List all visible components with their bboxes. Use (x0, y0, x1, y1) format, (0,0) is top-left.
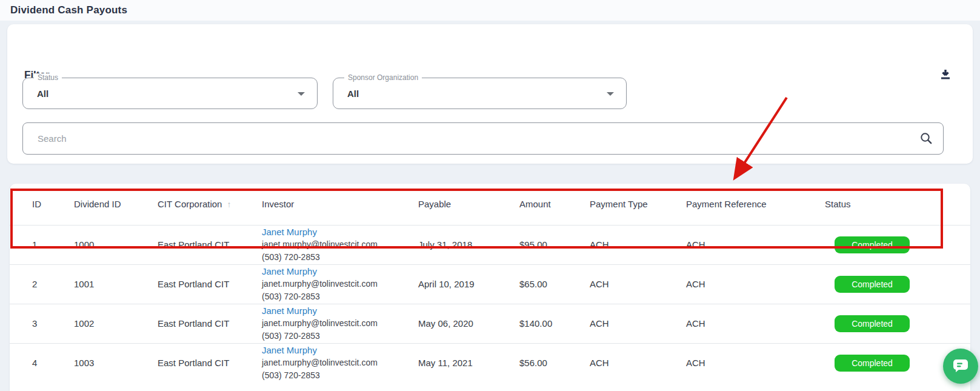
cell-investor: Janet Murphy janet.murphy@tolinvestcit.c… (252, 225, 408, 264)
payouts-table-card: ID Dividend ID CIT Corporation↑ Investor… (10, 184, 970, 391)
table-row: 2 1001 East Portland CIT Janet Murphy ja… (10, 264, 970, 304)
cell-payable: May 11, 2021 (408, 343, 510, 383)
column-header-status[interactable]: Status (815, 184, 970, 225)
cell-payable: April 10, 2019 (408, 264, 510, 304)
cell-amount: $95.00 (510, 225, 580, 264)
cell-payment-type: ACH (580, 304, 676, 343)
investor-link[interactable]: Janet Murphy (262, 344, 408, 356)
cell-investor: Janet Murphy janet.murphy@tolinvestcit.c… (252, 343, 408, 383)
investor-link[interactable]: Janet Murphy (262, 265, 408, 278)
status-badge: Completed (835, 355, 910, 372)
column-header-payment-reference[interactable]: Payment Reference (676, 184, 815, 225)
cell-cit-corporation: East Portland CIT (148, 264, 252, 304)
chevron-down-icon (298, 92, 305, 96)
investor-link[interactable]: Janet Murphy (262, 226, 408, 238)
sponsor-select-label: Sponsor Organization (344, 73, 422, 82)
cell-investor: Janet Murphy janet.murphy@tolinvestcit.c… (252, 264, 408, 304)
status-select-label: Status (34, 73, 62, 82)
sponsor-select-value: All (347, 89, 359, 99)
cell-payment-reference: ACH (676, 304, 815, 343)
search-input[interactable] (22, 122, 944, 155)
table-header-row: ID Dividend ID CIT Corporation↑ Investor… (10, 184, 970, 225)
column-header-payable[interactable]: Payable (408, 184, 510, 225)
sponsor-organization-select[interactable]: Sponsor Organization All (333, 78, 627, 109)
filter-card: Filter Status All Sponsor Organization A… (7, 24, 973, 164)
chevron-down-icon (607, 92, 614, 96)
investor-phone: (503) 720-2853 (262, 292, 320, 301)
cell-id: 4 (10, 343, 64, 383)
table-row: 1 1000 East Portland CIT Janet Murphy ja… (10, 225, 970, 264)
chat-bubble-icon (952, 358, 969, 375)
cell-payment-reference: ACH (676, 343, 815, 383)
cell-investor: Janet Murphy janet.murphy@tolinvestcit.c… (252, 304, 408, 343)
column-header-investor[interactable]: Investor (252, 184, 408, 225)
investor-email: janet.murphy@tolinvestcit.com (262, 279, 378, 289)
cell-payable: May 06, 2020 (408, 304, 510, 343)
column-header-dividend-id[interactable]: Dividend ID (64, 184, 148, 225)
download-button[interactable] (938, 68, 953, 84)
cell-status: Completed (815, 304, 970, 343)
cell-dividend-id: 1001 (64, 264, 148, 304)
status-badge: Completed (835, 315, 910, 332)
column-header-cit-corporation[interactable]: CIT Corporation↑ (148, 184, 252, 225)
payouts-table: ID Dividend ID CIT Corporation↑ Investor… (10, 184, 970, 383)
status-select[interactable]: Status All (22, 78, 318, 109)
status-badge: Completed (835, 236, 910, 253)
cell-payment-reference: ACH (676, 225, 815, 264)
table-row: 3 1002 East Portland CIT Janet Murphy ja… (10, 304, 970, 343)
cell-amount: $56.00 (510, 343, 580, 383)
cell-id: 2 (10, 264, 64, 304)
cell-status: Completed (815, 264, 970, 304)
investor-phone: (503) 720-2853 (262, 370, 320, 380)
search-field-container (22, 122, 944, 155)
table-row: 4 1003 East Portland CIT Janet Murphy ja… (10, 343, 970, 383)
investor-phone: (503) 720-2853 (262, 252, 320, 262)
investor-email: janet.murphy@tolinvestcit.com (262, 318, 378, 328)
investor-email: janet.murphy@tolinvestcit.com (262, 358, 378, 367)
cell-id: 3 (10, 304, 64, 343)
cell-payment-type: ACH (580, 264, 676, 304)
page-title: Dividend Cash Payouts (10, 0, 127, 21)
cell-dividend-id: 1000 (64, 225, 148, 264)
chat-launcher-button[interactable] (943, 349, 978, 384)
top-bar: Dividend Cash Payouts (0, 0, 980, 21)
cell-dividend-id: 1003 (64, 343, 148, 383)
cell-amount: $140.00 (510, 304, 580, 343)
download-icon (938, 75, 953, 84)
cell-id: 1 (10, 225, 64, 264)
cell-status: Completed (815, 225, 970, 264)
sort-ascending-icon: ↑ (227, 199, 231, 209)
cell-payment-type: ACH (580, 225, 676, 264)
cell-payable: July 31, 2018 (408, 225, 510, 264)
column-header-payment-type[interactable]: Payment Type (580, 184, 676, 225)
status-select-value: All (37, 89, 48, 99)
column-header-id[interactable]: ID (10, 184, 64, 225)
column-header-amount[interactable]: Amount (510, 184, 580, 225)
investor-link[interactable]: Janet Murphy (262, 304, 408, 317)
cell-cit-corporation: East Portland CIT (148, 343, 252, 383)
cell-amount: $65.00 (510, 264, 580, 304)
cell-payment-reference: ACH (676, 264, 815, 304)
cell-dividend-id: 1002 (64, 304, 148, 343)
cell-cit-corporation: East Portland CIT (148, 304, 252, 343)
cell-payment-type: ACH (580, 343, 676, 383)
cell-cit-corporation: East Portland CIT (148, 225, 252, 264)
investor-phone: (503) 720-2853 (262, 331, 320, 341)
investor-email: janet.murphy@tolinvestcit.com (262, 239, 378, 249)
search-icon[interactable] (919, 132, 933, 147)
status-badge: Completed (835, 276, 910, 293)
